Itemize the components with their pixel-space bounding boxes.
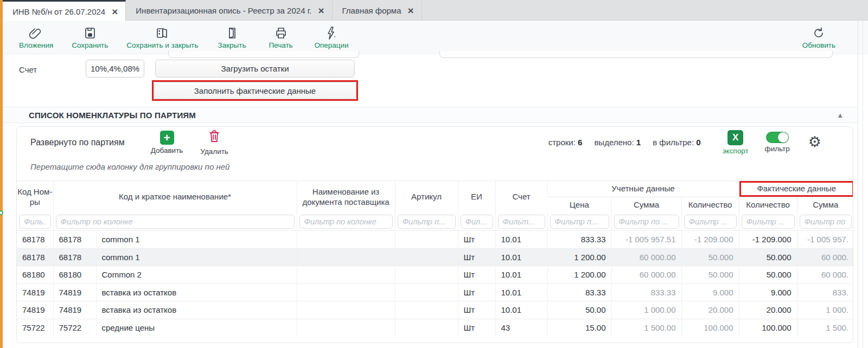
table-cell[interactable]: 75722 [53, 319, 96, 337]
table-row[interactable]: 6818068180Common 2Шт10.011 200.0060 000.… [17, 266, 853, 284]
table-cell[interactable]: 20.000 [681, 301, 739, 319]
vertical-scrollbar[interactable] [863, 21, 863, 348]
table-cell[interactable]: средние цены [96, 319, 297, 337]
tab-close-icon[interactable]: × [408, 5, 414, 16]
table-cell[interactable]: 50.000 [681, 248, 739, 266]
filter-input-unit[interactable] [461, 215, 493, 229]
close-button[interactable]: Закрыть [217, 25, 247, 49]
table-cell[interactable]: 1 000.00 [611, 301, 681, 319]
table-cell[interactable]: 68178 [17, 248, 53, 266]
table-cell[interactable]: Шт [458, 266, 495, 284]
table-cell[interactable] [395, 319, 458, 337]
table-cell[interactable]: 50.000 [739, 248, 797, 266]
table-cell[interactable]: 9.000 [681, 283, 739, 301]
col-header-amount-fact[interactable]: Сумма [797, 197, 853, 214]
filter-input-article[interactable] [398, 215, 456, 229]
col-header-amount[interactable]: Сумма [611, 197, 681, 214]
table-cell[interactable]: 75722 [17, 319, 53, 337]
table-cell[interactable]: 100.000 [739, 319, 797, 337]
filter-input-doc-name[interactable] [299, 215, 393, 229]
tab-main-form[interactable]: Главная форма × [333, 0, 422, 21]
table-cell[interactable] [297, 231, 395, 249]
table-cell[interactable] [297, 301, 395, 319]
collapse-arrow-icon[interactable]: ▲ [837, 111, 844, 119]
table-cell[interactable]: 43 [495, 319, 547, 337]
filter-input-account[interactable] [498, 215, 545, 229]
export-excel-button[interactable]: X экспорт [723, 130, 749, 155]
table-cell[interactable]: common 1 [96, 231, 297, 249]
table-cell[interactable]: 68178 [53, 248, 96, 266]
operations-button[interactable]: Операции [315, 25, 349, 49]
tab-close-icon[interactable]: × [112, 7, 118, 17]
table-cell[interactable]: 10.01 [495, 301, 547, 319]
tab-inventory-doc[interactable]: ИНВ №б/н от 26.07.2024 × [3, 0, 126, 21]
table-row[interactable]: 7481974819вставка из остатковШт10.0183.3… [17, 283, 853, 301]
col-header-code-name[interactable]: Код и краткое наименование* [53, 181, 297, 214]
table-row[interactable]: 6817868178common 1Шт10.011 200.0060 000.… [17, 248, 853, 266]
fill-actual-data-button[interactable]: Заполнить фактические данные [154, 82, 356, 99]
table-cell[interactable]: -1 005 957. [797, 231, 853, 249]
table-cell[interactable]: common 1 [96, 248, 297, 266]
print-button[interactable]: Печать [266, 25, 296, 49]
table-cell[interactable]: 68178 [53, 231, 96, 249]
table-cell[interactable]: Шт [458, 231, 495, 249]
table-cell[interactable]: 1 500. [797, 319, 853, 337]
table-cell[interactable]: -1 005 957.51 [611, 231, 681, 249]
table-cell[interactable]: 10.01 [495, 231, 547, 249]
table-row[interactable]: 7481974819вставка из остатковШт10.0150.0… [17, 301, 853, 319]
table-cell[interactable]: 83.33 [547, 283, 611, 301]
table-cell[interactable]: Шт [458, 248, 495, 266]
table-cell[interactable] [297, 266, 395, 284]
table-cell[interactable] [395, 248, 458, 266]
table-cell[interactable]: 1 200.00 [547, 266, 611, 284]
table-cell[interactable] [395, 266, 458, 284]
table-cell[interactable]: -1 209.000 [681, 231, 739, 249]
table-cell[interactable]: 1 500.00 [611, 319, 681, 337]
table-row[interactable]: 6817868178common 1Шт10.01833.33-1 005 95… [17, 231, 853, 249]
table-cell[interactable]: 100.000 [681, 319, 739, 337]
table-cell[interactable]: 20.000 [739, 301, 797, 319]
table-cell[interactable]: 1 000. [797, 301, 853, 319]
table-cell[interactable] [297, 283, 395, 301]
table-cell[interactable] [395, 301, 458, 319]
col-header-article[interactable]: Артикул [395, 181, 458, 214]
col-header-quantity[interactable]: Количество [681, 197, 739, 214]
table-cell[interactable]: вставка из остатков [96, 283, 297, 301]
filter-input-amount-fact[interactable] [800, 215, 852, 229]
filter-input-quantity-fact[interactable] [742, 215, 795, 229]
table-cell[interactable]: Шт [458, 301, 495, 319]
tab-register[interactable]: Инвентаризационная опись - Реестр за 202… [126, 0, 332, 21]
table-cell[interactable]: Common 2 [96, 266, 297, 284]
table-cell[interactable] [395, 283, 458, 301]
col-header-quantity-fact[interactable]: Количество [739, 197, 797, 214]
filter-input-code-name[interactable] [56, 215, 295, 229]
table-cell[interactable] [297, 319, 395, 337]
filter-input-amount[interactable] [614, 215, 679, 229]
table-cell[interactable]: 60 000. [797, 248, 853, 266]
table-cell[interactable]: Шт [458, 319, 495, 337]
table-cell[interactable]: 1 200.00 [547, 248, 611, 266]
table-row[interactable]: 7572275722средние ценыШт4315.001 500.001… [17, 319, 853, 337]
table-cell[interactable]: 15.00 [547, 319, 611, 337]
toggle-on-icon[interactable] [766, 132, 789, 143]
refresh-button[interactable]: Обновить [802, 25, 835, 49]
table-cell[interactable]: вставка из остатков [96, 301, 297, 319]
attachments-button[interactable]: Вложения [19, 25, 53, 49]
table-cell[interactable]: 50.000 [681, 266, 739, 284]
table-cell[interactable]: 60 000.00 [611, 266, 681, 284]
table-cell[interactable]: 50.000 [739, 266, 797, 284]
table-cell[interactable] [297, 248, 395, 266]
section-header[interactable]: СПИСОК НОМЕНКЛАТУРЫ ПО ПАРТИЯМ ▲ [3, 107, 858, 123]
table-cell[interactable]: -1 209.000 [739, 231, 797, 249]
table-cell[interactable]: 74819 [17, 301, 53, 319]
table-cell[interactable]: 74819 [17, 283, 53, 301]
table-cell[interactable]: 10.01 [495, 266, 547, 284]
table-cell[interactable]: Шт [458, 283, 495, 301]
table-cell[interactable]: 50.00 [547, 301, 611, 319]
filter-input-price[interactable] [550, 215, 609, 229]
table-cell[interactable]: 10.01 [495, 283, 547, 301]
filter-input-quantity[interactable] [684, 215, 737, 229]
table-cell[interactable]: 60 000. [797, 266, 853, 284]
col-header-unit[interactable]: ЕИ [458, 181, 495, 214]
table-cell[interactable]: 68178 [17, 231, 53, 249]
